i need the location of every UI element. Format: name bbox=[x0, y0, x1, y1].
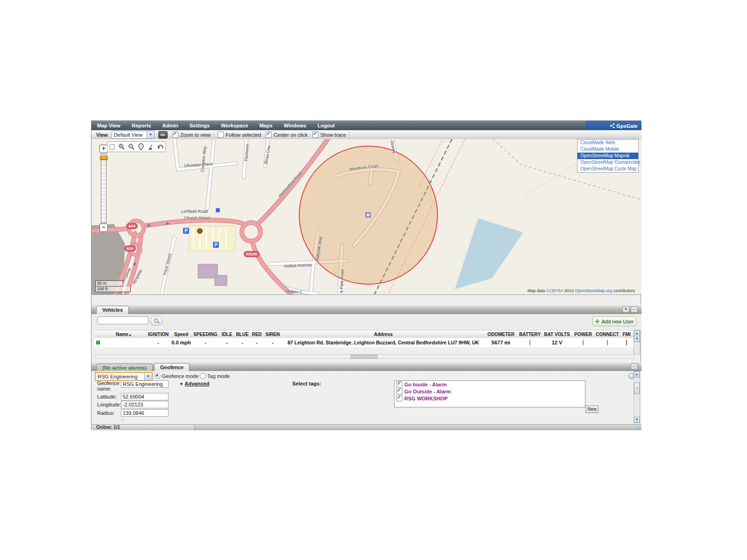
tag-go-inside[interactable]: Go Inside - Alarm bbox=[395, 381, 585, 388]
zoom-to-view-checkbox[interactable]: Zoom to view bbox=[172, 132, 211, 138]
tab-no-active-alarms[interactable]: (No active alarms) bbox=[96, 364, 153, 371]
minimize-icon[interactable]: — bbox=[631, 307, 638, 313]
vehicles-hscrollbar[interactable]: ⋯ bbox=[95, 354, 634, 359]
cell-batvolts: 12 V bbox=[543, 340, 571, 345]
resize-grip-icon[interactable]: ∶∶ bbox=[638, 426, 641, 430]
geofence-name-input[interactable] bbox=[121, 380, 169, 388]
scroll-up-icon[interactable]: ▲ bbox=[634, 371, 640, 378]
zoom-slider-handle[interactable] bbox=[100, 156, 108, 160]
map-layer-selector: CloudMade Web CloudMade Mobile OpenStree… bbox=[577, 139, 639, 173]
zoom-slider-track[interactable] bbox=[101, 154, 106, 223]
vehicles-toolbar: ✛Add new User bbox=[92, 314, 641, 330]
chevron-down-icon[interactable]: ▼ bbox=[144, 373, 152, 380]
menu-windows[interactable]: Windows bbox=[278, 121, 312, 130]
map-attribution: Map data CCBYSA 2012 OpenStreetMap.org c… bbox=[528, 288, 635, 293]
chevron-down-icon[interactable]: ▾ bbox=[622, 307, 629, 313]
layer-osm-osmarender[interactable]: OpenStreetMap Osmarender bbox=[578, 159, 638, 166]
tag-rsg-workshop[interactable]: RSG WORKSHOP bbox=[395, 395, 585, 402]
col-battery[interactable]: BATTERY bbox=[517, 332, 543, 337]
resize-grip-icon[interactable]: ..⌐ bbox=[120, 418, 124, 422]
marker-info-icon[interactable]: ? bbox=[137, 143, 145, 151]
clear-trace-icon[interactable] bbox=[147, 143, 155, 151]
tags-listbox[interactable]: Go Inside - Alarm Go Outside - Alarm RSG… bbox=[394, 380, 585, 407]
longitude-input[interactable] bbox=[121, 401, 169, 408]
vehicles-vscrollbar[interactable]: ▲ ▼ bbox=[634, 330, 640, 354]
menu-workspace[interactable]: Workspace bbox=[215, 121, 254, 130]
menu-reports[interactable]: Reports bbox=[126, 121, 157, 130]
col-siren[interactable]: SIREN bbox=[264, 332, 282, 337]
checkbox-icon[interactable] bbox=[266, 132, 272, 138]
show-trace-checkbox[interactable]: Show trace bbox=[312, 132, 346, 138]
center-on-click-checkbox[interactable]: Center on click bbox=[266, 132, 308, 138]
menu-admin[interactable]: Admin bbox=[157, 121, 184, 130]
tab-vehicles[interactable]: Vehicles bbox=[96, 306, 129, 314]
cell-ignition: - bbox=[146, 340, 170, 345]
menu-map-view[interactable]: Map View bbox=[92, 121, 126, 130]
zoom-out-button[interactable]: − bbox=[99, 224, 108, 232]
latitude-input[interactable] bbox=[121, 393, 169, 400]
cell-speed: 0.0 mph bbox=[170, 340, 192, 345]
zoom-in-area-icon[interactable] bbox=[118, 143, 126, 151]
scroll-down-icon[interactable]: ▼ bbox=[634, 336, 640, 342]
radius-input[interactable] bbox=[121, 409, 169, 417]
checkbox-icon[interactable] bbox=[396, 388, 402, 394]
cell-idle: - bbox=[219, 340, 235, 345]
vehicle-search-input[interactable] bbox=[97, 316, 148, 324]
geofence-mode-radio[interactable]: Geofence mode bbox=[155, 373, 198, 379]
col-batvolts[interactable]: BAT VOLTS bbox=[543, 332, 571, 337]
tag-mode-radio[interactable]: Tag mode bbox=[200, 373, 230, 379]
checkbox-icon[interactable] bbox=[396, 395, 402, 401]
select-area-icon[interactable] bbox=[108, 143, 116, 151]
vehicle-row[interactable]: - 0.0 mph - - - - - 87 Leighton Rd, Stan… bbox=[95, 338, 634, 347]
col-odometer[interactable]: ODOMETER bbox=[485, 332, 517, 337]
scroll-down-icon[interactable]: ▼ bbox=[634, 417, 640, 423]
geofence-vscrollbar[interactable]: ▲ ≡ ▼ bbox=[634, 371, 640, 423]
follow-selected-checkbox[interactable]: Follow selected bbox=[218, 132, 261, 138]
zoom-out-area-icon[interactable] bbox=[127, 143, 135, 151]
col-address[interactable]: Address bbox=[282, 332, 485, 337]
add-user-button[interactable]: ✛Add new User bbox=[592, 316, 636, 326]
osm-link[interactable]: OpenStreetMap.org bbox=[575, 288, 612, 293]
chevron-down-icon[interactable]: ▼ bbox=[147, 131, 154, 138]
menu-logout[interactable]: Logout bbox=[312, 121, 340, 130]
hscroll-thumb[interactable]: ⋯ bbox=[351, 355, 378, 358]
col-connect[interactable]: CONNECT bbox=[595, 332, 620, 337]
geofence-tabstrip: (No active alarms) Geofence — bbox=[92, 362, 641, 371]
layer-osm-cycle[interactable]: OpenStreetMap Cycle Map bbox=[578, 166, 638, 172]
geofence-select[interactable]: RSG Engineering ▼ bbox=[95, 372, 153, 381]
tag-go-outside[interactable]: Go Outside - Alarm bbox=[395, 388, 585, 395]
col-idle[interactable]: IDLE bbox=[219, 332, 235, 337]
search-button[interactable] bbox=[150, 316, 162, 326]
checkbox-icon[interactable] bbox=[218, 132, 224, 138]
menu-settings[interactable]: Settings bbox=[184, 121, 215, 130]
col-ignition[interactable]: IGNITION bbox=[146, 332, 170, 337]
col-power[interactable]: POWER bbox=[571, 332, 595, 337]
layer-cloudmade-mobile[interactable]: CloudMade Mobile bbox=[578, 146, 638, 153]
ccbysa-link[interactable]: CCBYSA bbox=[546, 288, 564, 293]
layer-osm-mapnik[interactable]: OpenStreetMap Mapnik bbox=[578, 153, 638, 159]
map-canvas[interactable]: Ullswater Place Coniston Way Thirlmere B… bbox=[92, 139, 641, 295]
col-fmi[interactable]: FMI bbox=[620, 332, 634, 337]
col-speed[interactable]: Speed bbox=[170, 332, 192, 337]
app-window: Map View Reports Admin Settings Workspac… bbox=[91, 120, 641, 429]
kml-button[interactable]: KML bbox=[158, 131, 168, 139]
view-toolbar: View Default View ▼ KML Zoom to view Fol… bbox=[92, 130, 641, 140]
new-tag-button[interactable]: New bbox=[585, 406, 599, 413]
minimize-icon[interactable]: — bbox=[631, 364, 638, 370]
layer-cloudmade-web[interactable]: CloudMade Web bbox=[578, 140, 638, 146]
checkbox-icon[interactable] bbox=[396, 381, 402, 387]
advanced-toggle[interactable]: ▼ Advanced bbox=[179, 381, 209, 386]
geofence-panel: RSG Engineering ▼ Geofence mode Tag mode… bbox=[92, 371, 641, 424]
col-name[interactable]: Name▲ bbox=[101, 332, 146, 337]
tab-geofence[interactable]: Geofence bbox=[154, 363, 190, 371]
checkbox-icon[interactable] bbox=[172, 132, 178, 138]
scroll-thumb[interactable]: ≡ bbox=[634, 383, 640, 394]
undo-icon[interactable] bbox=[156, 143, 164, 151]
col-speeding[interactable]: SPEEDING bbox=[192, 332, 219, 337]
road-label: Church Street bbox=[184, 216, 210, 220]
col-blue[interactable]: BLUE bbox=[235, 332, 250, 337]
checkbox-icon[interactable] bbox=[312, 132, 318, 138]
view-select[interactable]: Default View ▼ bbox=[112, 131, 155, 139]
col-red[interactable]: RED bbox=[250, 332, 264, 337]
menu-maps[interactable]: Maps bbox=[254, 121, 278, 130]
